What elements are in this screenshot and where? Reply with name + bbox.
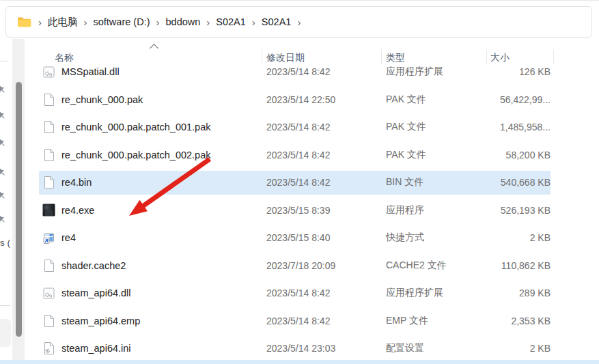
breadcrumb-item[interactable]: software (D:) xyxy=(94,16,150,27)
column-separator[interactable] xyxy=(553,49,554,64)
table-row[interactable]: steam_api64.ini 2023/5/14 23:03 配置设置 2 K… xyxy=(38,335,557,360)
nav-divider xyxy=(0,61,8,61)
exe-file-icon xyxy=(42,204,55,217)
file-date: 2023/5/14 8:42 xyxy=(266,288,330,298)
column-header-name[interactable]: 名称 xyxy=(55,52,74,64)
nav-divider xyxy=(0,305,10,306)
file-file-icon xyxy=(42,176,55,189)
file-size: 56,422,99... xyxy=(447,94,551,105)
file-file-icon xyxy=(42,314,55,328)
column-separator[interactable] xyxy=(486,49,487,64)
window-top-border xyxy=(0,0,599,1)
file-file-icon xyxy=(42,93,55,107)
file-file-icon xyxy=(42,120,55,134)
chevron-right-icon: › xyxy=(84,17,87,27)
file-size: 2 KB xyxy=(447,343,551,354)
file-size: 2 KB xyxy=(447,232,551,243)
file-type: CACHE2 文件 xyxy=(386,260,447,272)
file-file-icon xyxy=(42,259,55,272)
file-name: re_chunk_000.pak.patch_002.pak xyxy=(61,150,210,160)
file-name: steam_api64.dll xyxy=(61,288,131,298)
file-type: 应用程序扩展 xyxy=(386,287,443,299)
breadcrumb-item[interactable]: S02A1 xyxy=(262,16,292,27)
file-date: 2023/5/14 8:42 xyxy=(266,316,330,326)
column-separator[interactable] xyxy=(262,49,262,64)
file-type: PAK 文件 xyxy=(386,121,426,133)
file-date: 2023/5/14 22:50 xyxy=(266,94,335,105)
table-row[interactable]: steam_api64.dll 2023/5/14 8:42 应用程序扩展 28… xyxy=(38,279,557,307)
table-row[interactable]: re_chunk_000.pak.patch_001.pak 2023/5/14… xyxy=(38,113,557,141)
bottom-scroll-strip[interactable] xyxy=(0,360,599,364)
file-date: 2023/5/14 8:42 xyxy=(266,66,330,77)
file-name: re4.exe xyxy=(61,205,94,216)
table-row[interactable]: shader.cache2 2023/7/18 20:09 CACHE2 文件 … xyxy=(38,252,557,280)
file-type: PAK 文件 xyxy=(386,149,426,161)
file-name: steam_api64.ini xyxy=(61,343,131,354)
table-row[interactable]: re4.bin 2023/5/14 8:42 BIN 文件 540,668 KB xyxy=(38,169,557,197)
file-file-icon xyxy=(42,148,55,162)
file-name: re4.bin xyxy=(61,177,92,188)
file-size: 526,193 KB xyxy=(447,205,551,216)
file-size: 58,200 KB xyxy=(447,150,551,160)
chevron-right-icon: › xyxy=(38,17,42,27)
file-type: 配置设置 xyxy=(386,342,424,354)
file-name: re_chunk_000.pak.patch_001.pak xyxy=(61,122,210,132)
file-date: 2023/5/14 8:42 xyxy=(266,150,330,160)
file-size: 126 KB xyxy=(447,66,551,77)
pin-icon[interactable] xyxy=(0,109,7,121)
chevron-right-icon: › xyxy=(206,17,210,27)
chevron-right-icon: › xyxy=(297,17,301,27)
file-type: 快捷方式 xyxy=(386,232,424,244)
shortcut-file-icon xyxy=(42,231,55,244)
column-header-type[interactable]: 类型 xyxy=(386,52,405,64)
sort-ascending-icon xyxy=(150,44,158,53)
breadcrumb-item[interactable]: bddown xyxy=(166,16,201,27)
table-row[interactable]: re_chunk_000.pak 2023/5/14 22:50 PAK 文件 … xyxy=(38,86,557,114)
column-header-date[interactable]: 修改日期 xyxy=(266,52,305,64)
file-date: 2023/7/18 20:09 xyxy=(266,260,335,271)
file-type: BIN 文件 xyxy=(386,176,423,188)
chevron-right-icon: › xyxy=(156,17,160,27)
table-row[interactable]: re_chunk_000.pak.patch_002.pak 2023/5/14… xyxy=(38,141,557,169)
nav-scrollbar-thumb[interactable] xyxy=(16,82,22,337)
table-row[interactable]: re4.exe 2023/5/15 8:39 应用程序 526,193 KB xyxy=(38,197,557,225)
file-type: 应用程序 xyxy=(386,204,424,216)
file-size: 1,485,958... xyxy=(447,122,551,132)
file-name: re_chunk_000.pak xyxy=(61,94,143,105)
breadcrumb: ›此电脑›software (D:)›bddown›S02A1›S02A1› xyxy=(5,6,592,38)
column-header-size[interactable]: 大小 xyxy=(490,52,510,64)
table-row[interactable]: steam_api64.emp 2023/5/14 8:42 EMP 文件 2,… xyxy=(38,307,557,335)
file-size: 289 KB xyxy=(447,288,551,298)
dll-file-icon xyxy=(42,65,55,79)
file-name: re4 xyxy=(61,232,76,243)
breadcrumb-item[interactable]: 此电脑 xyxy=(48,16,78,29)
breadcrumb-items: ›此电脑›software (D:)›bddown›S02A1›S02A1› xyxy=(34,16,305,29)
file-date: 2023/5/14 23:03 xyxy=(266,343,335,354)
table-row[interactable]: MSSpatial.dll 2023/5/14 8:42 应用程序扩展 126 … xyxy=(38,65,557,86)
file-size: 540,668 KB xyxy=(447,177,551,188)
table-row[interactable]: re4 2023/5/15 8:40 快捷方式 2 KB xyxy=(38,224,557,252)
file-name: steam_api64.emp xyxy=(61,316,140,326)
file-name: shader.cache2 xyxy=(61,260,126,271)
pin-icon[interactable] xyxy=(0,83,7,95)
file-type: PAK 文件 xyxy=(386,94,426,106)
pin-icon[interactable] xyxy=(0,189,7,201)
nav-item-hover-remnant xyxy=(0,319,11,347)
folder-icon[interactable] xyxy=(17,16,31,28)
file-date: 2023/5/15 8:39 xyxy=(266,205,330,216)
breadcrumb-item[interactable]: S02A1 xyxy=(216,16,246,27)
file-list: MSSpatial.dll 2023/5/14 8:42 应用程序扩展 126 … xyxy=(38,65,557,360)
pin-icon[interactable] xyxy=(0,166,7,178)
file-size: 110,862 KB xyxy=(447,260,551,271)
pin-icon[interactable] xyxy=(0,137,7,148)
pin-icon[interactable] xyxy=(0,213,7,225)
file-type: EMP 文件 xyxy=(386,315,428,327)
file-size: 2,353 KB xyxy=(447,316,551,326)
file-date: 2023/5/14 8:42 xyxy=(266,177,330,188)
ini-file-icon xyxy=(42,341,55,355)
file-name: MSSpatial.dll xyxy=(61,66,120,77)
file-type: 应用程序扩展 xyxy=(386,66,443,78)
nav-item-label-partial: s ( xyxy=(0,238,10,248)
file-date: 2023/5/14 8:42 xyxy=(266,122,330,132)
column-separator[interactable] xyxy=(381,49,382,64)
